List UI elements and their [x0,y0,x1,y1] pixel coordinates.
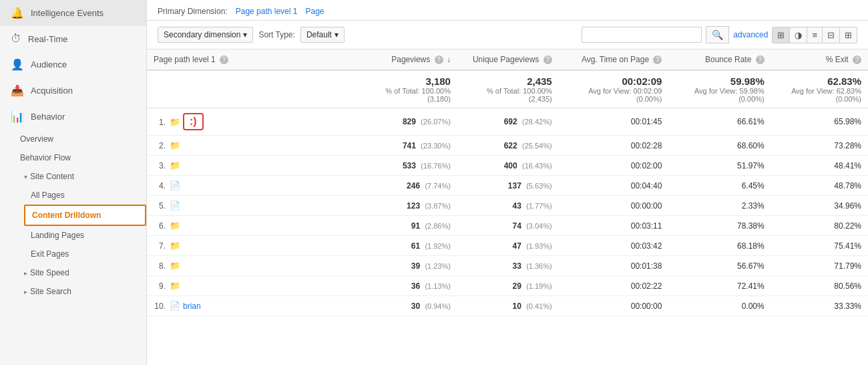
folder-icon: 📁 [170,117,180,127]
pageviews-pct: (7.74%) [425,182,451,190]
col-pageviews[interactable]: Pageviews ? ↓ [361,49,457,70]
search-input[interactable] [582,27,702,43]
sidebar-site-content-toggle[interactable]: ▾ Site Content [13,167,146,186]
sort-type-btn[interactable]: Default ▾ [300,27,345,43]
pageviews-pct: (1.92%) [425,242,451,250]
pageviews-value: 246 [407,181,420,191]
page-icon: 📄 [170,301,180,311]
pageviews-value: 39 [411,261,420,271]
row-number: 9. [154,281,166,291]
page-icon: 📄 [170,201,180,211]
cell-page-path: 2.📁 [147,136,361,156]
unique-value: 29 [512,281,521,291]
view-compare-btn[interactable]: ⊟ [823,27,840,43]
cell-page-path: 5.📄 [147,196,361,216]
search-button[interactable]: 🔍 [706,26,729,43]
col-avg-time[interactable]: Avg. Time on Page ? [559,49,669,70]
help-icon-unique[interactable]: ? [544,55,552,64]
advanced-link[interactable]: advanced [733,30,768,39]
view-bar-btn[interactable]: ≡ [807,27,823,43]
cell-bounce-rate: 72.41% [668,276,771,296]
cell-pageviews: 36 (1.13%) [361,276,457,296]
totals-bounce: 59.98% Avg for View: 59.98% (0.00%) [668,70,771,108]
sidebar-site-speed-toggle[interactable]: ▸ Site Speed [13,263,146,282]
cell-unique-pageviews: 400 (16.43%) [457,156,559,176]
cell-page-path: 4.📄 [147,176,361,196]
table-header: Page path level 1 ? Pageviews ? ↓ Unique… [147,49,868,70]
sidebar-item-intelligence-events[interactable]: 🔔 Intelligence Events [0,0,146,26]
behavior-icon: 📊 [11,110,24,123]
pageviews-value: 829 [403,117,416,126]
cell-bounce-rate: 6.45% [668,176,771,196]
col-unique-pageviews[interactable]: Unique Pageviews ? [457,49,559,70]
col-exit[interactable]: % Exit ? [771,49,868,70]
col-page-path[interactable]: Page path level 1 ? [147,49,361,70]
sidebar-item-behavior-flow[interactable]: Behavior Flow [13,148,146,167]
help-icon-exit[interactable]: ? [853,55,861,64]
page-path-link[interactable]: brian [183,301,201,311]
cell-page-path: 8.📁 [147,256,361,276]
unique-pct: (1.77%) [526,202,552,210]
sidebar-item-all-pages[interactable]: All Pages [24,186,146,205]
sidebar-item-exit-pages[interactable]: Exit Pages [24,245,146,263]
help-icon-avgtime[interactable]: ? [653,55,662,64]
cell-page-path: 10.📄brian [147,296,361,316]
table-row: 1.📁:)829 (26.07%)692 (28.42%)00:01:4566.… [147,108,868,136]
sidebar-item-audience[interactable]: 👤 Audience [0,51,146,78]
pageviews-value: 123 [407,201,420,211]
cell-unique-pageviews: 43 (1.77%) [457,196,559,216]
unique-pct: (3.04%) [526,222,552,230]
table-row: 10.📄brian30 (0.94%)10 (0.41%)00:00:000.0… [147,296,868,316]
sort-type-label: Sort Type: [258,30,294,39]
view-pivot-btn[interactable]: ⊞ [840,27,857,43]
col-bounce-rate[interactable]: Bounce Rate ? [668,49,771,70]
cell-pageviews: 30 (0.94%) [361,296,457,316]
view-grid-btn[interactable]: ⊞ [773,27,790,43]
sidebar-item-overview[interactable]: Overview [13,130,146,148]
unique-value: 10 [512,301,521,311]
cell-exit: 33.33% [771,296,868,316]
cell-avg-time: 00:03:11 [559,216,669,236]
cell-bounce-rate: 66.61% [668,108,771,136]
cell-avg-time: 00:01:45 [559,108,669,136]
sidebar-item-content-drilldown[interactable]: Content Drilldown [24,205,146,226]
help-icon-pageviews[interactable]: ? [435,55,443,64]
sidebar-item-behavior[interactable]: 📊 Behavior [0,104,146,130]
table-row: 3.📁533 (16.76%)400 (16.43%)00:02:0051.97… [147,156,868,176]
sidebar-item-landing-pages[interactable]: Landing Pages [24,226,146,245]
help-icon-bounce[interactable]: ? [756,55,765,64]
cell-avg-time: 00:00:00 [559,296,669,316]
totals-label [147,70,361,108]
sidebar-site-search-toggle[interactable]: ▸ Site Search [13,282,146,301]
toolbar-right: 🔍 advanced ⊞ ◑ ≡ ⊟ ⊞ [582,26,857,43]
sidebar-item-acquisition[interactable]: 📥 Acquisition [0,78,146,104]
cell-exit: 34.96% [771,196,868,216]
secondary-dimension-btn[interactable]: Secondary dimension ▾ [158,27,253,43]
row-number: 1. [154,118,166,127]
cell-unique-pageviews: 33 (1.36%) [457,256,559,276]
primary-dim-value[interactable]: Page path level 1 [236,7,298,16]
cell-page-path: 6.📁 [147,216,361,236]
cell-unique-pageviews: 692 (28.42%) [457,108,559,136]
pageviews-value: 741 [403,141,416,150]
totals-exit: 62.83% Avg for View: 62.83% (0.00%) [771,70,868,108]
totals-avgtime: 00:02:09 Avg for View: 00:02:09 (0.00%) [559,70,669,108]
unique-value: 47 [512,241,521,251]
cell-page-path: 1.📁:) [147,108,361,136]
cell-exit: 48.78% [771,176,868,196]
chevron-right-icon: ▸ [24,269,27,277]
row-number: 8. [154,261,166,271]
sidebar-item-real-time[interactable]: ⏱ Real-Time [0,26,146,51]
help-icon-page-path[interactable]: ? [220,55,228,64]
primary-dim-page-link[interactable]: Page [305,7,324,16]
view-pie-btn[interactable]: ◑ [790,27,807,43]
unique-value: 400 [504,161,517,170]
cell-pageviews: 741 (23.30%) [361,136,457,156]
unique-value: 137 [508,181,521,191]
table-row: 4.📄246 (7.74%)137 (5.63%)00:04:406.45%48… [147,176,868,196]
table-row: 5.📄123 (3.87%)43 (1.77%)00:00:002.33%34.… [147,196,868,216]
cell-pageviews: 61 (1.92%) [361,236,457,256]
folder-icon: 📁 [170,261,180,271]
unique-pct: (0.41%) [526,302,552,310]
cell-page-path: 3.📁 [147,156,361,176]
